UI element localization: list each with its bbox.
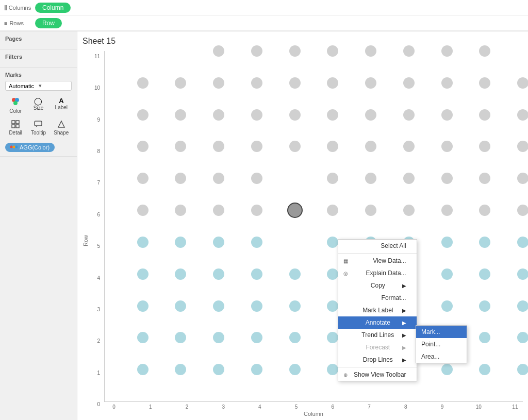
menu-explain-data[interactable]: ◎ Explain Data... [338,267,417,279]
x-axis-label: 4 [252,404,268,410]
dot-gray [175,173,186,184]
label-icon: A [59,97,63,105]
trend-lines-submenu-arrow-icon: ▶ [402,332,406,338]
svg-rect-6 [16,125,19,128]
color-icon [11,97,20,108]
dot-blue [517,268,528,280]
submenu-mark[interactable]: Mark... [416,326,467,338]
dot-gray [479,141,490,152]
x-axis-label: 2 [179,404,194,410]
y-axis-label: 1 [89,370,100,376]
rows-label: ≡ Rows [4,20,35,26]
x-axis-label: 7 [361,404,377,410]
dot-blue [289,364,301,375]
marks-detail[interactable]: Detail [5,118,26,138]
svg-rect-5 [12,125,15,128]
svg-point-10 [10,146,13,148]
marks-shape[interactable]: Shape [51,118,72,138]
y-axis-label: 10 [89,85,100,91]
dot-gray [403,109,415,121]
pages-title: Pages [5,36,72,42]
menu-forecast: Forecast ▶ [338,341,417,354]
dot-blue [175,268,186,280]
shape-icon [57,120,65,130]
marks-type-dropdown[interactable]: Automatic ▾ [5,81,72,91]
menu-drop-lines[interactable]: Drop Lines ▶ [338,354,417,366]
dot-blue [517,237,528,248]
dot-gray [213,205,224,216]
dot-gray [137,109,148,121]
detail-label: Detail [9,130,22,136]
chart-title: Sheet 15 [82,37,523,46]
menu-show-toolbar[interactable]: ⊕ Show View Toolbar [338,368,417,381]
dot-gray [213,77,224,89]
marks-tooltip[interactable]: Tooltip [28,118,48,138]
dot-gray [365,45,376,57]
dot-blue [479,268,490,280]
shape-label: Shape [54,130,69,136]
y-axis-label: 0 [89,401,100,407]
dot-gray [251,45,262,57]
dot-blue [327,364,338,375]
shelves: ||| Columns Column ≡ Rows Row [0,0,528,31]
dot-gray [403,173,415,184]
x-axis-label: 1 [143,404,158,410]
dot-blue [251,300,262,312]
dot-blue [289,300,301,312]
agg-color-pill[interactable]: AGG(Color) [5,143,55,152]
menu-annotate[interactable]: Annotate ▶ [338,316,417,329]
dot-gray [137,141,148,152]
dot-gray [213,141,224,152]
svg-point-2 [13,101,18,105]
dot-gray [403,45,415,57]
x-axis-label: 3 [216,404,231,410]
marks-label[interactable]: A Label [51,95,72,116]
dot-blue [213,237,224,248]
submenu-area[interactable]: Area... [416,350,467,363]
dot-gray [403,141,415,152]
menu-copy[interactable]: Copy ▶ [338,279,417,292]
dot-blue [289,268,301,280]
menu-mark-label[interactable]: Mark Label ▶ [338,304,417,316]
size-label: Size [34,105,43,111]
dot-gray [137,173,148,184]
dot-gray [213,173,224,184]
chart-wrapper: Row 01234567891011 01234567891011 Column [82,51,523,420]
dot-gray [441,205,453,216]
columns-pill[interactable]: Column [35,3,71,13]
dot-gray [365,173,376,184]
marks-color[interactable]: Color [5,95,26,116]
menu-select-all[interactable]: Select All [338,240,417,252]
dot-gray [365,77,376,89]
menu-trend-lines[interactable]: Trend Lines ▶ [338,329,417,341]
dot-gray [479,205,490,216]
dot-blue [479,300,490,312]
dot-gray [289,141,301,152]
dot-blue [213,332,224,343]
annotate-submenu: Mark... Point... Area... [416,325,467,363]
dot-gray [251,173,262,184]
color-label: Color [9,108,22,114]
dot-blue [137,268,148,280]
rows-pill[interactable]: Row [35,18,62,28]
rows-shelf: ≡ Rows Row [0,15,528,31]
dot-blue [327,237,338,248]
svg-point-11 [13,146,15,148]
dot-gray [175,141,186,152]
dot-gray [441,109,453,121]
dot-gray [441,141,453,152]
dot-gray [441,45,453,57]
dot-blue [289,332,301,343]
marks-size[interactable]: ◯ Size [28,95,48,116]
menu-format[interactable]: Format... [338,292,417,304]
dot-gray [327,77,338,89]
svg-marker-9 [58,121,64,127]
dot-gray [137,77,148,89]
dot-gray [403,205,415,216]
submenu-point[interactable]: Point... [416,338,467,350]
y-axis-label: 7 [89,180,100,186]
dot-blue [441,364,453,375]
menu-view-data[interactable]: ▦ View Data... [338,255,417,267]
dot-gray [251,141,262,152]
dot-gray [213,45,224,57]
